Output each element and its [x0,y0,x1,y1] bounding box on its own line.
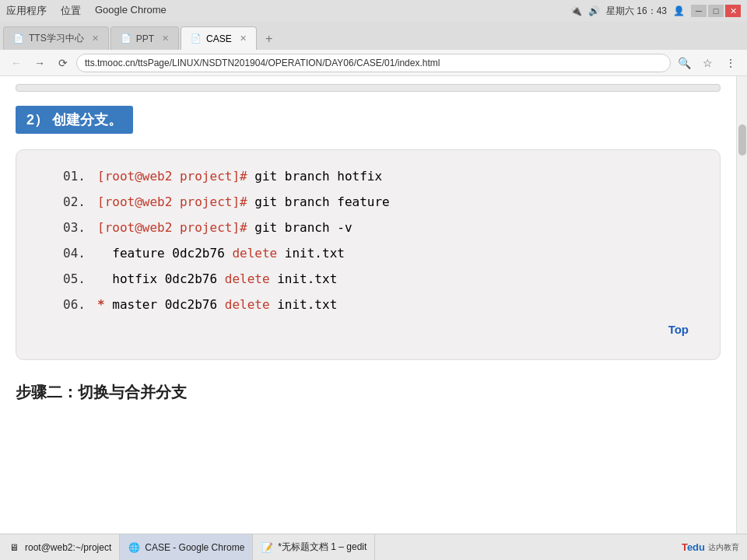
logo-area: Tedu 达内教育 [682,541,739,553]
nav-right-icons: 🔍 ☆ ⋮ [674,53,741,73]
terminal-icon: 🖥 [8,541,20,554]
code-line-02: 02. [root@web2 project]# git branch feat… [63,194,689,209]
cmd-04-post: init.txt [285,246,345,261]
top-link-container: Top [63,323,689,336]
address-bar[interactable] [76,54,671,72]
scrollbar-thumb[interactable] [738,124,746,156]
top-bar-remnant [16,84,721,92]
main-area: 2） 创建分支。 01. [root@web2 project]# git br… [0,76,747,534]
code-text-03: [root@web2 project]# git branch -v [97,220,352,235]
title-bar: 应用程序 位置 Google Chrome 🔌 🔊 星期六 16：43 👤 ─ … [0,0,747,22]
menu-button[interactable]: ⋮ [721,53,741,73]
code-line-06: 06. * master 0dc2b76 delete init.txt [63,297,689,312]
line-num-06: 06. [63,297,97,312]
reload-button[interactable]: ⟳ [53,53,73,73]
tab-case-close[interactable]: ✕ [240,33,247,44]
cmd-06-pre: master 0dc2b76 [112,297,225,312]
inner-content: 2） 创建分支。 01. [root@web2 project]# git br… [0,76,736,418]
tab-tts-close[interactable]: ✕ [92,33,99,44]
tab-case-icon: 📄 [191,33,202,44]
new-tab-button[interactable]: + [258,28,280,50]
code-line-04: 04. feature 0dc2b76 delete init.txt [63,246,689,261]
taskbar-editor-label: *无标题文档 1 – gedit [278,541,366,554]
code-text-04: feature 0dc2b76 delete init.txt [97,246,345,261]
minimize-button[interactable]: ─ [691,5,707,17]
taskbar-editor[interactable]: 📝 *无标题文档 1 – gedit [253,534,375,561]
code-text-05: hotfix 0dc2b76 delete init.txt [97,271,337,286]
line-num-02: 02. [63,194,97,209]
code-text-02: [root@web2 project]# git branch feature [97,194,390,209]
line-num-05: 05. [63,271,97,286]
cmd-03: git branch -v [254,220,352,235]
line-num-01: 01. [63,169,97,184]
code-line-01: 01. [root@web2 project]# git branch hotf… [63,169,689,184]
network-icon: 🔌 [570,5,582,16]
taskbar-browser-label: CASE - Google Chrome [145,542,244,553]
datetime-label: 星期六 16：43 [606,5,667,18]
logo-sub: 达内教育 [708,542,739,553]
tabs-row: 📄 TTS学习中心 ✕ 📄 PPT ✕ 📄 CASE ✕ + [0,22,747,50]
app-menu[interactable]: 应用程序 [6,4,47,18]
volume-icon: 🔊 [588,5,600,16]
taskbar-right: Tedu 达内教育 [674,541,747,553]
cmd-01: git branch hotfix [254,169,382,184]
prompt-02: [root@web2 project]# [97,194,247,209]
tab-ppt[interactable]: 📄 PPT ✕ [110,26,179,50]
cmd-05-pre: hotfix 0dc2b76 [97,271,225,286]
back-button[interactable]: ← [6,53,26,73]
code-line-05: 05. hotfix 0dc2b76 delete init.txt [63,271,689,286]
code-card: 01. [root@web2 project]# git branch hotf… [16,149,721,360]
line-num-04: 04. [63,246,97,261]
search-button[interactable]: 🔍 [674,53,694,73]
taskbar-terminal[interactable]: 🖥 root@web2:~/project [0,534,120,561]
code-text-06: * master 0dc2b76 delete init.txt [97,297,337,312]
taskbar-terminal-label: root@web2:~/project [25,542,111,553]
cmd-05-post: init.txt [277,271,337,286]
tab-case-label: CASE [206,33,232,44]
tab-tts[interactable]: 📄 TTS学习中心 ✕ [3,26,109,50]
delete-word-06: delete [225,297,270,312]
tab-case[interactable]: 📄 CASE ✕ [181,26,257,50]
step2-heading: 步骤二：切换与合并分支 [16,382,721,403]
tab-ppt-close[interactable]: ✕ [162,33,169,44]
maximize-button[interactable]: □ [708,5,724,17]
browser-icon: 🌐 [128,541,140,554]
bookmark-button[interactable]: ☆ [697,53,717,73]
sys-tray: 🔌 🔊 星期六 16：43 👤 [570,5,685,18]
line-num-03: 03. [63,220,97,235]
browser-name-label: Google Chrome [95,4,167,18]
prompt-01: [root@web2 project]# [97,169,247,184]
code-text-01: [root@web2 project]# git branch hotfix [97,169,382,184]
page-content: 2） 创建分支。 01. [root@web2 project]# git br… [0,76,736,534]
delete-word-05: delete [225,271,270,286]
close-window-button[interactable]: ✕ [725,5,741,17]
star-icon-06: * [97,297,112,312]
vertical-scrollbar[interactable] [736,76,747,534]
code-line-03: 03. [root@web2 project]# git branch -v [63,220,689,235]
forward-button[interactable]: → [30,53,50,73]
cmd-02: git branch feature [254,194,389,209]
prompt-03: [root@web2 project]# [97,220,247,235]
logo-main: Tedu [682,541,705,553]
cmd-04-pre: feature 0dc2b76 [97,246,232,261]
window-controls[interactable]: ─ □ ✕ [691,5,741,17]
nav-bar: ← → ⟳ 🔍 ☆ ⋮ [0,50,747,76]
taskbar: 🖥 root@web2:~/project 🌐 CASE - Google Ch… [0,534,747,560]
tab-tts-icon: 📄 [13,33,24,44]
tab-ppt-label: PPT [136,33,154,44]
location-menu[interactable]: 位置 [61,4,81,18]
cmd-06-post: init.txt [277,297,337,312]
user-icon: 👤 [673,5,685,16]
delete-word-04: delete [232,246,277,261]
editor-icon: 📝 [261,541,273,554]
section-heading: 2） 创建分支。 [16,106,133,134]
tab-tts-label: TTS学习中心 [29,32,84,45]
taskbar-browser[interactable]: 🌐 CASE - Google Chrome [120,534,253,561]
top-link[interactable]: Top [668,323,689,336]
tab-ppt-icon: 📄 [121,33,132,44]
